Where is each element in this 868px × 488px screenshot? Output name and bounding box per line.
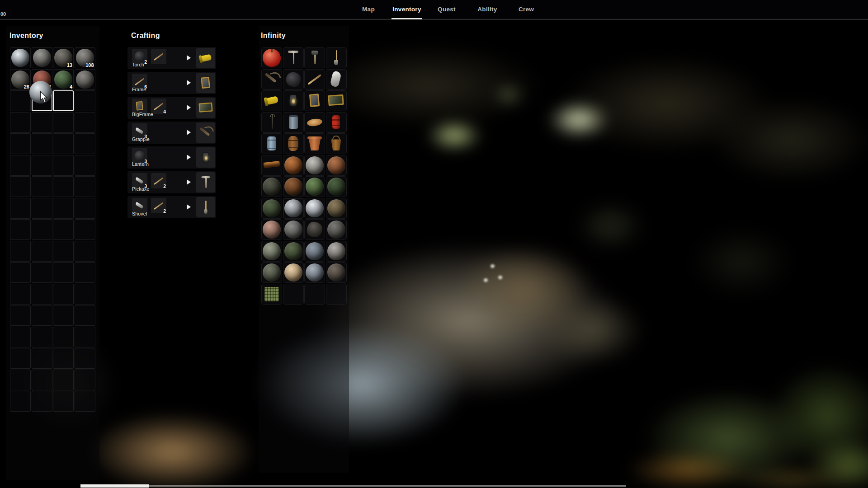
inventory-cell[interactable]: [32, 391, 52, 412]
infinity-cell[interactable]: [261, 47, 282, 68]
infinity-cell[interactable]: [283, 262, 304, 283]
infinity-cell[interactable]: [304, 262, 325, 283]
inventory-cell[interactable]: [75, 90, 95, 111]
inventory-cell[interactable]: [53, 284, 74, 305]
inventory-cell[interactable]: [75, 391, 95, 412]
inventory-cell[interactable]: [10, 391, 31, 412]
inventory-cell[interactable]: [75, 370, 95, 390]
tab-crew[interactable]: Crew: [519, 6, 534, 13]
inventory-cell[interactable]: [53, 241, 74, 262]
infinity-cell[interactable]: [283, 133, 304, 154]
inventory-cell[interactable]: 13: [53, 47, 74, 68]
infinity-cell[interactable]: [283, 69, 304, 90]
infinity-cell[interactable]: [261, 155, 282, 176]
inventory-cell[interactable]: [32, 262, 52, 283]
infinity-cell[interactable]: [283, 219, 304, 240]
inventory-cell[interactable]: [10, 262, 31, 283]
infinity-cell[interactable]: [304, 69, 325, 90]
inventory-cell[interactable]: [10, 305, 31, 326]
inventory-cell[interactable]: [53, 327, 74, 347]
inventory-cell[interactable]: [10, 370, 31, 390]
infinity-cell[interactable]: [283, 90, 304, 111]
inventory-cell[interactable]: [53, 305, 74, 326]
inventory-cell[interactable]: [10, 176, 31, 197]
inventory-cell[interactable]: [10, 155, 31, 176]
inventory-cell[interactable]: [32, 133, 52, 154]
inventory-cell[interactable]: [53, 90, 74, 111]
infinity-cell[interactable]: [326, 176, 347, 197]
infinity-cell[interactable]: [326, 112, 347, 133]
inventory-cell[interactable]: [53, 219, 74, 240]
inventory-cell[interactable]: [75, 155, 95, 176]
inventory-cell[interactable]: [32, 47, 52, 68]
inventory-cell[interactable]: [75, 176, 95, 197]
inventory-cell[interactable]: [10, 133, 31, 154]
inventory-cell[interactable]: [32, 155, 52, 176]
infinity-cell[interactable]: [304, 155, 325, 176]
recipe-grapple[interactable]: 3Grapple: [127, 122, 216, 144]
infinity-cell[interactable]: [283, 47, 304, 68]
inventory-cell[interactable]: [32, 112, 52, 133]
infinity-cell[interactable]: [304, 241, 325, 262]
inventory-cell[interactable]: 26: [10, 69, 31, 90]
inventory-cell[interactable]: [10, 219, 31, 240]
inventory-cell[interactable]: [53, 262, 74, 283]
infinity-cell[interactable]: [326, 69, 347, 90]
inventory-cell[interactable]: [32, 348, 52, 369]
tab-inventory[interactable]: Inventory: [392, 6, 421, 13]
inventory-cell[interactable]: [53, 348, 74, 369]
inventory-cell[interactable]: [53, 198, 74, 219]
inventory-cell[interactable]: 108: [75, 47, 95, 68]
inventory-cell[interactable]: [75, 198, 95, 219]
tab-quest[interactable]: Quest: [438, 6, 456, 13]
inventory-cell[interactable]: [32, 284, 52, 305]
infinity-cell[interactable]: [326, 133, 347, 154]
tab-ability[interactable]: Ability: [477, 6, 497, 13]
infinity-cell[interactable]: [326, 284, 347, 305]
tab-map[interactable]: Map: [362, 6, 375, 13]
inventory-cell[interactable]: [32, 370, 52, 390]
infinity-cell[interactable]: [283, 176, 304, 197]
inventory-cell[interactable]: [10, 241, 31, 262]
infinity-cell[interactable]: [261, 241, 282, 262]
recipe-shovel[interactable]: 2Shovel: [127, 196, 216, 218]
inventory-cell[interactable]: [10, 90, 31, 111]
infinity-cell[interactable]: [283, 241, 304, 262]
infinity-cell[interactable]: [304, 133, 325, 154]
infinity-cell[interactable]: [261, 112, 282, 133]
inventory-cell[interactable]: [10, 198, 31, 219]
infinity-cell[interactable]: [326, 241, 347, 262]
infinity-cell[interactable]: [326, 219, 347, 240]
inventory-cell[interactable]: [32, 219, 52, 240]
inventory-cell[interactable]: [75, 327, 95, 347]
inventory-cell[interactable]: [75, 262, 95, 283]
infinity-cell[interactable]: [283, 155, 304, 176]
infinity-cell[interactable]: [283, 198, 304, 219]
inventory-cell[interactable]: [10, 112, 31, 133]
inventory-cell[interactable]: [53, 176, 74, 197]
recipe-torch[interactable]: 2Torch: [127, 47, 216, 69]
infinity-cell[interactable]: [261, 284, 282, 305]
inventory-cell[interactable]: [53, 112, 74, 133]
inventory-cell[interactable]: [75, 348, 95, 369]
inventory-cell[interactable]: [10, 47, 31, 68]
infinity-cell[interactable]: [304, 47, 325, 68]
infinity-cell[interactable]: [304, 198, 325, 219]
inventory-cell[interactable]: [53, 370, 74, 390]
inventory-cell[interactable]: [53, 133, 74, 154]
recipe-lantern[interactable]: 3Lantern: [127, 146, 216, 169]
inventory-cell[interactable]: [75, 241, 95, 262]
recipe-bigframe[interactable]: 4BigFrame: [127, 97, 216, 119]
infinity-cell[interactable]: [261, 69, 282, 90]
inventory-cell[interactable]: [53, 391, 74, 412]
inventory-cell[interactable]: [75, 284, 95, 305]
infinity-cell[interactable]: [326, 262, 347, 283]
infinity-cell[interactable]: [261, 133, 282, 154]
inventory-cell[interactable]: [32, 305, 52, 326]
infinity-cell[interactable]: [304, 219, 325, 240]
inventory-cell[interactable]: [32, 198, 52, 219]
infinity-cell[interactable]: [283, 112, 304, 133]
infinity-cell[interactable]: [261, 90, 282, 111]
inventory-cell[interactable]: [10, 348, 31, 369]
infinity-cell[interactable]: [304, 90, 325, 111]
